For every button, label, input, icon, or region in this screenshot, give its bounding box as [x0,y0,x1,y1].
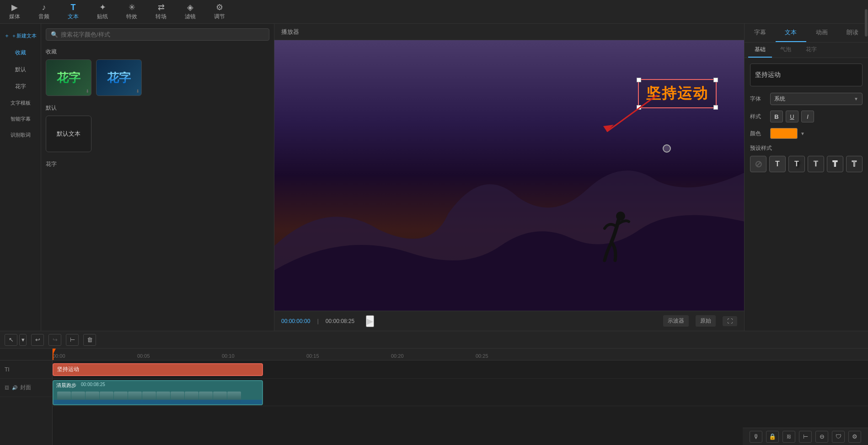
font-label: 字体 [750,95,766,103]
handle-br[interactable] [713,105,718,110]
tab-animation[interactable]: 动画 [806,24,837,42]
preview-area: 播放器 [274,24,745,331]
split-button[interactable]: ⊢ [66,334,79,346]
search-bar[interactable]: 🔍 [46,28,269,41]
font-select[interactable]: 系统 ▼ [770,93,863,105]
cursor-tool-button[interactable]: ↖ [5,334,17,346]
italic-button[interactable]: I [801,111,814,122]
cursor-tool-group: ↖ ▾ [5,334,27,346]
style-buttons: B U I [770,111,814,122]
underline-button[interactable]: U [786,111,798,122]
video-clip-inner: 清晨跑步 00:00:08:25 [57,383,258,403]
arrow-overlay [593,90,666,141]
sidebar-item-text-template[interactable]: 文字模板 [2,96,39,110]
ruler-mark-5: 00:25 [476,349,488,360]
toolbar-audio[interactable]: ♪ 音频 [34,1,54,22]
undo-button[interactable]: ↩ [31,334,44,346]
sticker-icon: ✦ [99,3,106,11]
content-panel: 🔍 收藏 花字 ⬇ 花字 ⬇ 默认 默认文本 花字 [41,24,274,331]
timeline-body: TI 🖼 🔊 封面 00:00 [0,349,868,445]
effects-icon: ✳ [129,3,135,11]
sidebar-item-smart-caption[interactable]: 智能字幕 [2,112,39,126]
subtab-huazi[interactable]: 花字 [799,42,823,58]
ruler-mark-4: 00:20 [391,349,404,360]
style-row: 样式 B U I [750,111,863,122]
text-icon: T [71,3,76,11]
section-favorites-title: 收藏 [46,48,269,56]
chain-button[interactable]: ⛓ [782,431,795,443]
toolbar-transition[interactable]: ⇄ 转场 [151,1,171,22]
left-panel: ＋＋新建文本 收藏 默认 花字 文字模板 智能字幕 识别歌词 [0,24,41,331]
preview-header: 播放器 [274,24,744,40]
time-total: 00:00:08:25 [326,318,354,324]
bold-button[interactable]: B [770,111,783,122]
subtab-basic[interactable]: 基础 [748,42,772,58]
rotation-handle[interactable] [663,144,671,153]
toolbar-text[interactable]: T 文本 [63,1,83,22]
timeline-ruler: 00:00 00:05 00:10 00:15 00:20 [53,349,868,360]
default-text-card[interactable]: 默认文本 [46,116,91,152]
toolbar-filter[interactable]: ◈ 滤镜 [180,1,200,22]
mic-button[interactable]: 🎙 [750,431,762,443]
preset-outline[interactable]: T [846,156,863,172]
default-card-grid: 默认文本 [46,116,269,152]
timeline-labels: TI 🖼 🔊 封面 [0,349,53,445]
redo-button[interactable]: ↪ [48,334,61,346]
preview-controls: 00:00:00:00 | 00:00:08:25 ▶ 示波器 原始 ⛶ [274,311,744,331]
preset-stroke[interactable]: T [808,156,824,172]
new-text-button[interactable]: ＋＋新建文本 [2,28,39,43]
toolbar-media[interactable]: ▶ 媒体 [5,1,25,22]
top-toolbar: ▶ 媒体 ♪ 音频 T 文本 ✦ 贴纸 ✳ 特效 ⇄ 转场 ◈ 滤镜 ⚙ 调节 [0,0,868,24]
svg-line-1 [607,95,657,132]
tab-caption[interactable]: 字幕 [745,24,776,42]
text-preview-box[interactable]: 坚持运动 [750,64,863,86]
preset-shadow[interactable]: T [788,156,805,172]
tab-reading[interactable]: 朗读 [837,24,868,42]
toolbar-effects[interactable]: ✳ 特效 [122,1,142,22]
tab-text[interactable]: 文本 [776,24,807,42]
color-swatch[interactable] [770,128,798,139]
filter-icon: ◈ [187,3,193,11]
color-dropdown-arrow: ▼ [800,131,805,136]
lock-button[interactable]: 🔒 [766,431,779,443]
sidebar-item-huazi[interactable]: 花字 [2,79,39,94]
settings-button[interactable]: ⚙ [848,431,861,443]
handle-tr[interactable] [713,78,718,82]
playhead[interactable] [53,349,54,360]
ti-track-label: TI [0,360,52,379]
video-clip[interactable]: 清晨跑步 00:00:08:25 [53,380,263,405]
snap-button[interactable]: ⊢ [799,431,812,443]
content-scrollbar[interactable] [865,9,868,37]
sidebar-item-default[interactable]: 默认 [2,62,39,77]
font-card-2[interactable]: 花字 ⬇ [96,59,142,96]
handle-tl[interactable] [637,78,641,82]
preset-bold-stroke[interactable]: T [827,156,843,172]
right-panel: 字幕 文本 动画 朗读 基础 气泡 花字 坚持运动 字体 系统 ▼ [745,24,868,331]
cursor-dropdown-button[interactable]: ▾ [19,334,27,346]
download-icon-2: ⬇ [136,89,139,94]
main-video-track: 清晨跑步 00:00:08:25 [53,379,868,406]
search-input[interactable] [61,31,264,38]
cover-icon-vol: 🔊 [12,385,17,390]
fullscreen-button[interactable]: ⛶ [723,316,737,326]
play-button[interactable]: ▶ [366,315,374,327]
time-separator: | [317,318,318,324]
original-button[interactable]: 原始 [696,315,716,327]
sidebar-item-recognize-lyrics[interactable]: 识别歌词 [2,128,39,142]
time-current: 00:00:00:00 [281,318,310,324]
font-row: 字体 系统 ▼ [750,93,863,105]
text-clip[interactable]: 坚持运动 [53,363,263,376]
zoom-out-button[interactable]: ⊖ [815,431,828,443]
sidebar-item-favorites[interactable]: 收藏 [2,45,39,60]
font-card-1[interactable]: 花字 ⬇ [46,59,91,96]
toolbar-sticker[interactable]: ✦ 贴纸 [92,1,113,22]
show-wave-button[interactable]: 示波器 [663,315,689,327]
shield-button[interactable]: 🛡 [832,431,845,443]
preset-none[interactable]: ⊘ [750,156,766,172]
font-select-wrapper: 系统 ▼ [770,93,863,105]
delete-button[interactable]: 🗑 [83,334,96,346]
preset-plain[interactable]: T [769,156,786,172]
toolbar-adjust[interactable]: ⚙ 调节 [209,1,230,22]
subtab-bubble[interactable]: 气泡 [774,42,798,58]
color-row: 颜色 ▼ [750,128,863,139]
